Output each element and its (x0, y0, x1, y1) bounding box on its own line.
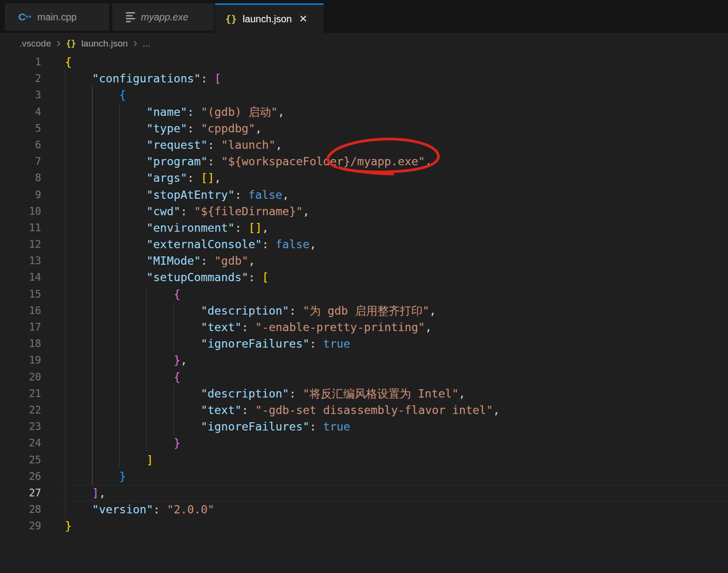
code-line[interactable]: 5 "type": "cppdbg", (0, 120, 728, 137)
line-number[interactable]: 19 (0, 352, 41, 368)
code-line[interactable]: 26 } (0, 468, 728, 485)
code-line[interactable]: 17 "text": "-enable-pretty-printing", (0, 319, 728, 335)
code-line[interactable]: 24 } (0, 435, 728, 451)
code-editor[interactable]: 1{2 "configurations": [3 {4 "name": "(gd… (0, 54, 728, 534)
line-number[interactable]: 18 (0, 335, 41, 352)
code-line[interactable]: 20 { (0, 369, 728, 385)
line-number[interactable]: 21 (0, 385, 41, 402)
code-token: , (429, 304, 436, 317)
line-number[interactable]: 16 (0, 302, 41, 319)
line-number[interactable]: 9 (0, 187, 41, 203)
line-number[interactable]: 15 (0, 286, 41, 302)
code-token: , (282, 188, 289, 201)
code-line[interactable]: 6 "request": "launch", (0, 137, 728, 153)
line-number[interactable]: 29 (0, 518, 41, 534)
breadcrumb-file[interactable]: launch.json (81, 38, 128, 49)
line-number[interactable]: 13 (0, 253, 41, 269)
code-token: : (310, 420, 323, 433)
tab-launch-json[interactable]: {} launch.json ✕ (215, 3, 324, 33)
code-line[interactable]: 9 "stopAtEntry": false, (0, 187, 728, 203)
code-line[interactable]: 29} (0, 518, 728, 534)
code-line[interactable]: 14 "setupCommands": [ (0, 269, 728, 286)
line-number[interactable]: 26 (0, 468, 41, 485)
code-token: : (187, 105, 201, 118)
code-text: } (65, 518, 72, 534)
code-token: , (262, 221, 269, 234)
code-token: "program" (146, 155, 207, 168)
code-line[interactable]: 11 "environment": [], (0, 220, 728, 236)
code-token: "launch" (221, 138, 276, 151)
line-number[interactable]: 1 (0, 54, 41, 70)
code-line[interactable]: 4 "name": "(gdb) 启动", (0, 104, 728, 120)
line-number[interactable]: 12 (0, 236, 41, 253)
line-number[interactable]: 10 (0, 203, 41, 220)
tab-main-cpp[interactable]: C++ main.cpp (5, 3, 109, 31)
line-number[interactable]: 17 (0, 319, 41, 335)
code-token: { (173, 287, 180, 301)
line-number[interactable]: 6 (0, 137, 41, 153)
code-line[interactable]: 21 "description": "将反汇编风格设置为 Intel", (0, 385, 728, 402)
line-number[interactable]: 11 (0, 220, 41, 236)
line-number[interactable]: 27 (0, 485, 41, 501)
breadcrumb-symbol-path[interactable]: ... (142, 38, 150, 49)
code-line[interactable]: 10 "cwd": "${fileDirname}", (0, 203, 728, 220)
line-number[interactable]: 20 (0, 369, 41, 385)
code-token (65, 122, 146, 135)
code-token (65, 72, 92, 85)
indent-guide (119, 104, 120, 468)
breadcrumb-folder[interactable]: .vscode (19, 38, 51, 49)
code-token: , (459, 387, 465, 400)
code-text: "text": "-gdb-set disassembly-flavor int… (65, 402, 500, 418)
code-token: : (310, 337, 323, 350)
code-text: "cwd": "${fileDirname}", (65, 203, 310, 220)
code-token: [ (262, 271, 269, 284)
code-line[interactable]: 1{ (0, 54, 728, 70)
code-line[interactable]: 23 "ignoreFailures": true (0, 418, 728, 435)
line-number[interactable]: 24 (0, 435, 41, 451)
code-line[interactable]: 7 "program": "${workspaceFolder}/myapp.e… (0, 153, 728, 170)
code-line[interactable]: 3 { (0, 87, 728, 103)
code-line[interactable]: 16 "description": "为 gdb 启用整齐打印", (0, 302, 728, 319)
code-line[interactable]: 18 "ignoreFailures": true (0, 335, 728, 352)
code-text: "environment": [], (65, 220, 269, 236)
code-line[interactable]: 15 { (0, 286, 728, 302)
code-token: "${fileDirname}" (194, 205, 303, 218)
code-token: : (153, 503, 167, 516)
code-token (65, 420, 201, 433)
code-token: , (303, 205, 310, 218)
tab-bar: C++ main.cpp myapp.exe {} launch.json ✕ (0, 0, 728, 33)
code-line[interactable]: 12 "externalConsole": false, (0, 236, 728, 253)
line-number[interactable]: 25 (0, 452, 41, 468)
code-token: : (201, 72, 215, 85)
code-token (65, 403, 201, 416)
code-token: , (425, 155, 432, 168)
line-number[interactable]: 7 (0, 153, 41, 170)
line-number[interactable]: 14 (0, 269, 41, 286)
code-token: : (289, 304, 303, 317)
code-token: } (173, 436, 180, 449)
code-line[interactable]: 22 "text": "-gdb-set disassembly-flavor … (0, 402, 728, 418)
line-number[interactable]: 3 (0, 87, 41, 103)
code-text: "externalConsole": false, (65, 236, 316, 253)
code-token: { (119, 88, 126, 101)
code-line[interactable]: 8 "args": [], (0, 170, 728, 186)
code-token (65, 387, 201, 400)
line-number[interactable]: 5 (0, 120, 41, 137)
code-line[interactable]: 2 "configurations": [ (0, 70, 728, 87)
code-text: "args": [], (65, 170, 221, 186)
line-number[interactable]: 8 (0, 170, 41, 186)
code-lines: 1{2 "configurations": [3 {4 "name": "(gd… (0, 54, 728, 534)
line-number[interactable]: 2 (0, 70, 41, 87)
code-line[interactable]: 25 ] (0, 452, 728, 468)
line-number[interactable]: 22 (0, 402, 41, 418)
close-icon[interactable]: ✕ (299, 13, 308, 25)
line-number[interactable]: 28 (0, 501, 41, 518)
code-line[interactable]: 19 }, (0, 352, 728, 368)
code-token: : (208, 155, 221, 168)
code-line[interactable]: 13 "MIMode": "gdb", (0, 253, 728, 269)
code-token: "将反汇编风格设置为 Intel" (303, 387, 459, 400)
tab-myapp-exe[interactable]: myapp.exe (112, 3, 214, 31)
line-number[interactable]: 4 (0, 104, 41, 120)
line-number[interactable]: 23 (0, 418, 41, 435)
code-line[interactable]: 28 "version": "2.0.0" (0, 501, 728, 518)
